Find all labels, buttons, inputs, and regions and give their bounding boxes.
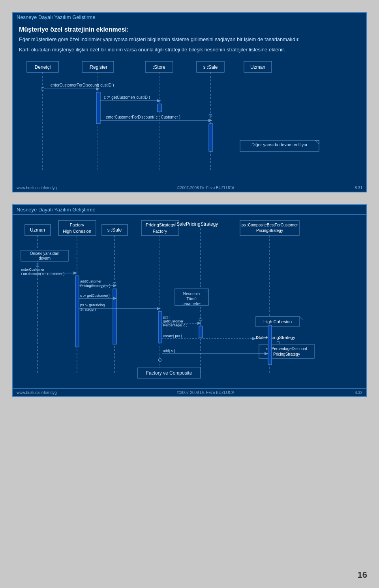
svg-rect-76 bbox=[158, 311, 162, 343]
svg-rect-18 bbox=[96, 92, 100, 124]
svg-text:enterCustomerForDiscount( c : : enterCustomerForDiscount( c : Customer ) bbox=[106, 115, 180, 119]
svg-text:add( s ): add( s ) bbox=[163, 349, 175, 353]
svg-text:devam: devam bbox=[39, 256, 51, 260]
svg-text:s :Sale: s :Sale bbox=[107, 227, 122, 233]
slide2-footer: www.buzluca.info/ndyg ©2007-2008 Dr. Fez… bbox=[13, 388, 366, 396]
svg-text:Uzman: Uzman bbox=[250, 64, 265, 70]
svg-text:High Cohesion: High Cohesion bbox=[263, 319, 292, 324]
slide-1: Nesneye Dayalı Yazılım Geliştirme Müşter… bbox=[12, 12, 367, 192]
svg-text:Strategy(): Strategy() bbox=[80, 307, 96, 311]
slide2-url: www.buzluca.info/ndyg bbox=[17, 390, 57, 395]
svg-text:enterCustomerForDiscount( cust: enterCustomerForDiscount( custID ) bbox=[51, 83, 114, 87]
svg-marker-67 bbox=[113, 284, 117, 287]
svg-text:PricingStrategy: PricingStrategy bbox=[256, 228, 283, 233]
svg-text:Factory: Factory bbox=[153, 229, 167, 234]
svg-text:ISalePricingStrategy: ISalePricingStrategy bbox=[175, 221, 218, 227]
svg-text:s :Sale: s :Sale bbox=[203, 64, 218, 70]
svg-text:parametre: parametre bbox=[182, 302, 201, 306]
page-number: 16 bbox=[358, 570, 367, 580]
svg-text:ForDiscount( c : Customer ): ForDiscount( c : Customer ) bbox=[21, 272, 65, 276]
slide2-copyright: ©2007-2008 Dr. Feza BUZLUCA bbox=[177, 390, 235, 395]
svg-text:Percentage( c ): Percentage( c ) bbox=[163, 323, 188, 327]
svg-text:ISalePricingStrategy: ISalePricingStrategy bbox=[256, 335, 295, 340]
svg-rect-89 bbox=[199, 326, 203, 338]
svg-text:enterCustomer: enterCustomer bbox=[21, 268, 45, 271]
svg-text::Register: :Register bbox=[88, 64, 107, 70]
slide1-footer: www.buzluca.info/ndyg ©2007-2008 Dr. Fez… bbox=[13, 184, 366, 192]
slide1-text2: Kartı okutulan müşteriye ilişkin özel bi… bbox=[19, 46, 360, 54]
svg-text:Factory ve Composite: Factory ve Composite bbox=[146, 370, 192, 376]
svg-text:High Cohesion: High Cohesion bbox=[63, 229, 91, 234]
svg-text:PricingStrategy: PricingStrategy bbox=[273, 352, 300, 356]
svg-rect-27 bbox=[209, 124, 213, 151]
slide1-url: www.buzluca.info/ndyg bbox=[17, 186, 57, 190]
svg-text:Önceki yansıdan: Önceki yansıdan bbox=[30, 251, 60, 256]
svg-text:pct :=: pct := bbox=[163, 315, 172, 319]
slide1-text1: Eğer müşterilere göre özel indirimler ya… bbox=[19, 36, 360, 43]
svg-text:s : PercentageDiscount: s : PercentageDiscount bbox=[266, 347, 307, 351]
svg-text:ps :CompositeBestForCustomer: ps :CompositeBestForCustomer bbox=[242, 223, 298, 227]
slide-2: Nesneye Dayalı Yazılım Geliştirme Uzman … bbox=[12, 204, 367, 397]
slide1-num: 8.31 bbox=[355, 186, 362, 190]
svg-text:Diğer yansıda devam ediliyor: Diğer yansıda devam ediliyor bbox=[251, 142, 308, 147]
svg-text:Denetçi: Denetçi bbox=[35, 64, 51, 70]
svg-text:ps := getPricing: ps := getPricing bbox=[80, 303, 105, 307]
svg-text:create( pct ): create( pct ) bbox=[163, 334, 182, 338]
slide1-title: Müşteriye özel stratejinin eklenmesi: bbox=[19, 26, 360, 33]
svg-text:c := getCustomer(): c := getCustomer() bbox=[80, 294, 110, 298]
svg-rect-62 bbox=[75, 276, 79, 347]
svg-text:c := getCustomer( custID ): c := getCustomer( custID ) bbox=[104, 95, 150, 100]
svg-text:Uzman: Uzman bbox=[30, 227, 45, 233]
svg-text:Nesnenin: Nesnenin bbox=[183, 292, 200, 296]
svg-rect-22 bbox=[158, 104, 161, 112]
slide2-num: 8.32 bbox=[355, 390, 362, 395]
sequence-diagram-1: Denetçi :Register :Store Uzman s :Sale bbox=[19, 57, 360, 180]
slide2-header: Nesneye Dayalı Yazılım Geliştirme bbox=[13, 205, 366, 215]
svg-line-92 bbox=[299, 317, 303, 320]
svg-rect-101 bbox=[268, 325, 272, 365]
svg-text::PricingStrategy: :PricingStrategy bbox=[144, 222, 175, 227]
slide1-copyright: ©2007-2008 Dr. Feza BUZLUCA bbox=[177, 186, 235, 190]
svg-text::Store: :Store bbox=[153, 64, 165, 70]
svg-text:Tümü: Tümü bbox=[186, 297, 197, 301]
svg-text:Factory: Factory bbox=[70, 222, 84, 227]
svg-text:getCustomer: getCustomer bbox=[163, 319, 184, 323]
sequence-diagram-2: Uzman Factory High Cohesion s :Sale :Pri… bbox=[19, 219, 360, 384]
svg-text:addCustomer: addCustomer bbox=[80, 279, 101, 283]
slide1-header: Nesneye Dayalı Yazılım Geliştirme bbox=[13, 13, 366, 22]
svg-text:1: 1 bbox=[164, 223, 166, 227]
